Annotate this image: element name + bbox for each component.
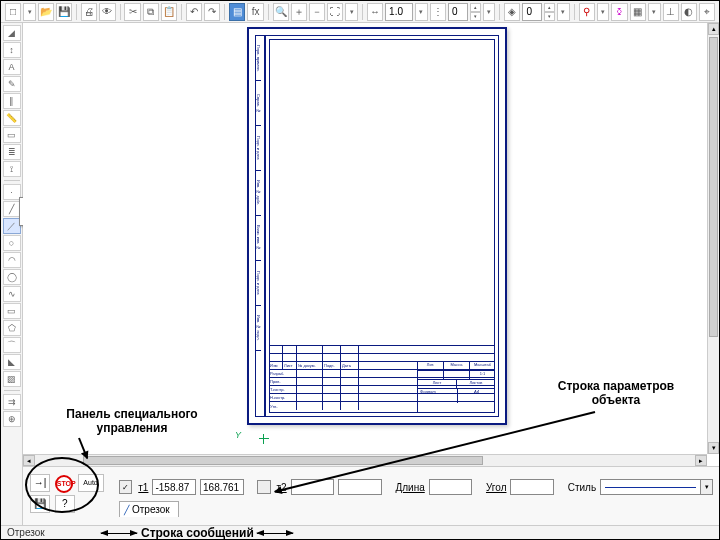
- edit-panel-button[interactable]: ✎: [3, 76, 21, 92]
- ellipse-tool-button[interactable]: ◯: [3, 269, 21, 285]
- grid-dropdown[interactable]: ▾: [648, 3, 661, 21]
- layer-field[interactable]: 0: [522, 3, 542, 21]
- step-spinner[interactable]: ▴▾: [470, 3, 481, 21]
- separator: [499, 4, 500, 20]
- new-doc-dropdown[interactable]: ▾: [23, 3, 36, 21]
- rect-tool-button[interactable]: ▭: [3, 303, 21, 319]
- fillet-tool-button[interactable]: ⌒: [3, 337, 21, 353]
- segment-tab[interactable]: ╱ Отрезок: [119, 501, 179, 517]
- annotation-arrow-right: [257, 533, 293, 534]
- redo-button[interactable]: ↷: [204, 3, 220, 21]
- zoom-out-button[interactable]: －: [309, 3, 325, 21]
- hatch-tool-button[interactable]: ▨: [3, 371, 21, 387]
- snap-dropdown[interactable]: ▾: [597, 3, 610, 21]
- measure-panel-button[interactable]: 📏: [3, 110, 21, 126]
- paste-button[interactable]: 📋: [161, 3, 177, 21]
- left-toolbar: ◢ ↕ A ✎ ∥ 📏 ▭ ≣ ⟟ · ╱ ／ ○ ◠ ◯ ∿ ▭ ⬠ ⌒ ◣ …: [1, 23, 23, 539]
- scroll-left-button[interactable]: ◂: [23, 455, 35, 466]
- step-button[interactable]: ⋮: [430, 3, 446, 21]
- copy-button[interactable]: ⧉: [143, 3, 159, 21]
- scale-field[interactable]: 1.0: [385, 3, 413, 21]
- zoom-dropdown[interactable]: ▾: [345, 3, 358, 21]
- length-label: Длина: [395, 482, 424, 493]
- zoom-fit-button[interactable]: ⛶: [327, 3, 343, 21]
- separator: [76, 4, 77, 20]
- hscroll-thumb[interactable]: [83, 456, 483, 465]
- point-tool-button[interactable]: ·: [3, 184, 21, 200]
- separator: [224, 4, 225, 20]
- separator: [268, 4, 269, 20]
- angle-field[interactable]: [510, 479, 554, 495]
- select-panel-button[interactable]: ▭: [3, 127, 21, 143]
- annotation-control-panel-label: Панель специального управления: [57, 407, 207, 436]
- segment-tab-icon: ╱: [124, 505, 129, 515]
- point1-y-field[interactable]: 168.761: [200, 479, 244, 495]
- save-button[interactable]: 💾: [56, 3, 72, 21]
- preview-button[interactable]: 👁: [99, 3, 115, 21]
- spec-panel-button[interactable]: ≣: [3, 144, 21, 160]
- polygon-tool-button[interactable]: ⬠: [3, 320, 21, 336]
- app-frame: □ ▾ 📂 💾 🖨 👁 ✂ ⧉ 📋 ↶ ↷ ▤ fx 🔍 ＋ － ⛶ ▾ ↔ 1…: [0, 0, 720, 540]
- point1-label: т1: [138, 482, 148, 493]
- separator: [4, 390, 20, 391]
- step-field[interactable]: 0: [448, 3, 468, 21]
- vars-button[interactable]: fx: [247, 3, 263, 21]
- open-button[interactable]: 📂: [38, 3, 54, 21]
- aux-line-tool-button[interactable]: ╱: [3, 201, 21, 217]
- title-block-right: Лит.МассаМасштаб 1:1 ЛистЛистов ФорматА4: [417, 361, 495, 413]
- round-button[interactable]: ◐: [681, 3, 697, 21]
- grid-button[interactable]: ▦: [630, 3, 646, 21]
- circle-tool-button[interactable]: ○: [3, 235, 21, 251]
- layer-spinner[interactable]: ▴▾: [544, 3, 555, 21]
- ortho-button[interactable]: ⊥: [663, 3, 679, 21]
- undo-button[interactable]: ↶: [186, 3, 202, 21]
- magnet-button[interactable]: ⧲: [611, 3, 627, 21]
- scroll-down-button[interactable]: ▾: [708, 442, 719, 454]
- scroll-up-button[interactable]: ▴: [708, 23, 719, 35]
- scroll-right-button[interactable]: ▸: [695, 455, 707, 466]
- assoc-panel-button[interactable]: ⟟: [3, 161, 21, 177]
- shift-button[interactable]: ↔: [367, 3, 383, 21]
- step-dropdown[interactable]: ▾: [483, 3, 496, 21]
- notation-panel-button[interactable]: A: [3, 59, 21, 75]
- manager-button[interactable]: ▤: [229, 3, 245, 21]
- scale-dropdown[interactable]: ▾: [415, 3, 428, 21]
- cut-button[interactable]: ✂: [124, 3, 140, 21]
- point2-y-field[interactable]: [338, 479, 382, 495]
- status-bar: Отрезок: [1, 525, 719, 539]
- zoom-in-button[interactable]: ＋: [291, 3, 307, 21]
- local-cs-button[interactable]: ⌖: [699, 3, 715, 21]
- origin-y-label: Y: [235, 430, 241, 440]
- layers-button[interactable]: ◈: [504, 3, 520, 21]
- vscroll-thumb[interactable]: [709, 37, 718, 337]
- layer-dropdown[interactable]: ▾: [557, 3, 570, 21]
- segment-tool-button[interactable]: ／: [3, 218, 21, 234]
- length-field[interactable]: [429, 479, 473, 495]
- zoom-window-button[interactable]: 🔍: [273, 3, 289, 21]
- spline-tool-button[interactable]: ∿: [3, 286, 21, 302]
- new-doc-button[interactable]: □: [5, 3, 21, 21]
- vertical-scrollbar[interactable]: ▴ ▾: [707, 23, 719, 454]
- style-label: Стиль: [568, 482, 596, 493]
- horizontal-scrollbar[interactable]: ◂ ▸: [23, 454, 707, 466]
- annotation-param-row-label: Строка параметров объекта: [541, 379, 691, 408]
- status-text: Отрезок: [7, 527, 45, 538]
- drawing-sheet: Перв. примен. Справ. № Подп. и дата Инв.…: [247, 27, 507, 425]
- line-style-select[interactable]: ▾: [600, 479, 713, 495]
- geometry-panel-button[interactable]: ◢: [3, 25, 21, 41]
- equidistant-tool-button[interactable]: ⇉: [3, 394, 21, 410]
- dim-panel-button[interactable]: ↕: [3, 42, 21, 58]
- style-dropdown-arrow[interactable]: ▾: [700, 480, 712, 494]
- param-panel-button[interactable]: ∥: [3, 93, 21, 109]
- print-button[interactable]: 🖨: [81, 3, 97, 21]
- t1-lock-toggle[interactable]: ✓: [119, 480, 132, 494]
- snap-button[interactable]: ⚲: [579, 3, 595, 21]
- t2-lock-toggle[interactable]: [257, 480, 270, 494]
- gather-tool-button[interactable]: ⊕: [3, 411, 21, 427]
- angle-label: Угол: [486, 482, 507, 493]
- arc-tool-button[interactable]: ◠: [3, 252, 21, 268]
- point1-x-field[interactable]: -158.87: [152, 479, 196, 495]
- chamfer-tool-button[interactable]: ◣: [3, 354, 21, 370]
- separator: [181, 4, 182, 20]
- annotation-arrow-left: [101, 533, 137, 534]
